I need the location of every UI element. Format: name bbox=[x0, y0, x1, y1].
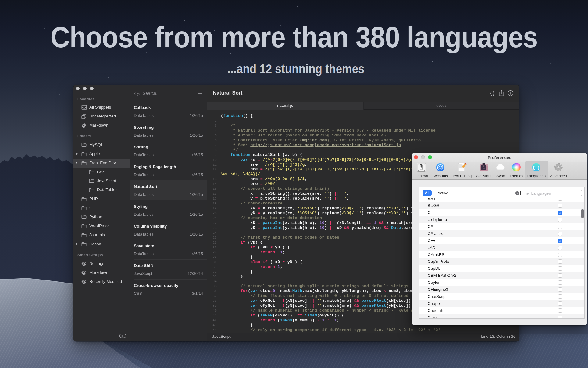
svg-text:{ }: { } bbox=[533, 165, 540, 170]
svg-text:@: @ bbox=[437, 163, 444, 171]
